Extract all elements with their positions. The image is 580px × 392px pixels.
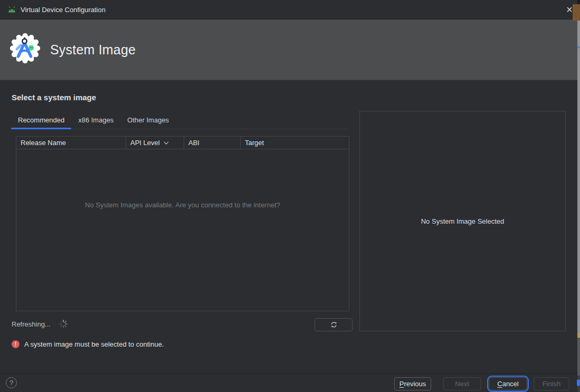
tab-x86-images[interactable]: x86 Images <box>71 113 120 129</box>
tab-other-images[interactable]: Other Images <box>120 113 176 129</box>
detail-panel-empty-message: No System Image Selected <box>421 217 505 225</box>
table-empty-message: No System Images available. Are you conn… <box>16 201 349 209</box>
error-message: A system image must be selected to conti… <box>24 340 164 348</box>
refreshing-label: Refreshing... <box>12 320 51 328</box>
sort-chevron-down-icon <box>164 141 169 145</box>
virtual-device-configuration-dialog: Virtual Device Configuration ✕ <box>0 0 580 392</box>
loading-spinner-icon <box>59 319 68 329</box>
column-header-abi[interactable]: ABI <box>184 137 241 149</box>
previous-button[interactable]: Previous <box>394 377 431 390</box>
refresh-icon <box>330 321 338 329</box>
help-button[interactable]: ? <box>6 377 17 388</box>
validation-error: ! A system image must be selected to con… <box>12 340 164 348</box>
section-heading: Select a system image <box>12 93 96 102</box>
background-bleed <box>577 48 580 333</box>
finish-button[interactable]: Finish <box>534 377 569 390</box>
next-button[interactable]: Next <box>443 377 481 390</box>
android-studio-logo-icon <box>10 33 40 63</box>
footer-bar: ? Previous Next Cancel Finish <box>0 373 577 392</box>
column-header-release-name[interactable]: Release Name <box>16 137 126 149</box>
cancel-button[interactable]: Cancel <box>489 377 527 390</box>
background-bleed <box>577 379 580 386</box>
refresh-button[interactable] <box>315 318 353 331</box>
system-image-table: Release Name API Level ABI Target No Sys… <box>16 136 349 311</box>
background-bleed <box>577 0 580 4</box>
wizard-header: System Image <box>0 20 577 80</box>
column-header-target[interactable]: Target <box>241 137 349 149</box>
android-icon <box>7 6 17 13</box>
detail-panel: No System Image Selected <box>359 111 566 331</box>
window-title: Virtual Device Configuration <box>21 6 106 14</box>
column-header-api-level[interactable]: API Level <box>126 137 184 149</box>
tab-recommended[interactable]: Recommended <box>11 113 71 129</box>
background-bleed <box>577 333 580 338</box>
error-icon: ! <box>12 340 20 348</box>
background-bleed <box>577 21 580 46</box>
table-header-row: Release Name API Level ABI Target <box>16 137 349 149</box>
background-bleed <box>577 338 580 376</box>
tab-bar: Recommended x86 Images Other Images <box>11 113 349 129</box>
title-bar: Virtual Device Configuration <box>0 0 577 20</box>
background-bleed <box>573 4 580 21</box>
page-title: System Image <box>50 20 136 80</box>
